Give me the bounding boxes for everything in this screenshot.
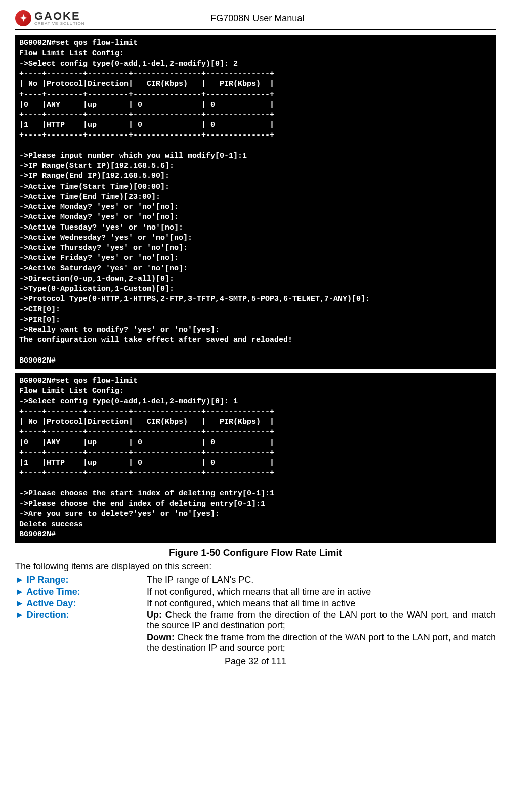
def-ip-range: IP Range: The IP range of LAN's PC. — [15, 575, 496, 585]
def-label: Active Day: — [15, 598, 147, 609]
logo-icon: ✦ — [15, 10, 31, 26]
terminal-delete-session: BG9002N#set qos flow-limit Flow Limit Li… — [15, 373, 496, 543]
def-text: If not configured, which means that all … — [147, 587, 496, 597]
def-text: Up: Check the frame from the direction o… — [147, 610, 496, 631]
def-label: Active Time: — [15, 587, 147, 597]
manual-title: FG7008N User Manual — [85, 13, 430, 24]
page-header: ✦ GAOKE CREATIVE SOLUTION FG7008N User M… — [15, 10, 496, 26]
down-rest: Check the frame from the direction of th… — [147, 632, 496, 653]
def-text: The IP range of LAN's PC. — [147, 575, 496, 585]
brand-logo: ✦ GAOKE CREATIVE SOLUTION — [15, 10, 85, 26]
def-direction: Direction: Up: Check the frame from the … — [15, 610, 496, 631]
def-label: IP Range: — [15, 575, 147, 585]
up-prefix: Up: C — [147, 610, 172, 620]
page-number: Page 32 of 111 — [15, 656, 496, 667]
figure-caption: Figure 1-50 Configure Flow Rate Limit — [15, 547, 496, 558]
logo-text: GAOKE — [34, 11, 85, 22]
def-direction-down: Down: Check the frame from the direction… — [147, 632, 496, 653]
down-prefix: Down: — [147, 632, 175, 642]
def-text: If not configured, which means that all … — [147, 598, 496, 609]
logo-subtext: CREATIVE SOLUTION — [34, 22, 85, 26]
def-active-time: Active Time: If not configured, which me… — [15, 587, 496, 597]
def-label: Direction: — [15, 610, 147, 631]
terminal-modify-session: BG9002N#set qos flow-limit Flow Limit Li… — [15, 35, 496, 369]
header-rule — [15, 29, 496, 30]
up-rest: heck the frame from the direction of the… — [147, 610, 496, 630]
intro-text: The following items are displayed on thi… — [15, 561, 496, 572]
def-active-day: Active Day: If not configured, which mea… — [15, 598, 496, 609]
